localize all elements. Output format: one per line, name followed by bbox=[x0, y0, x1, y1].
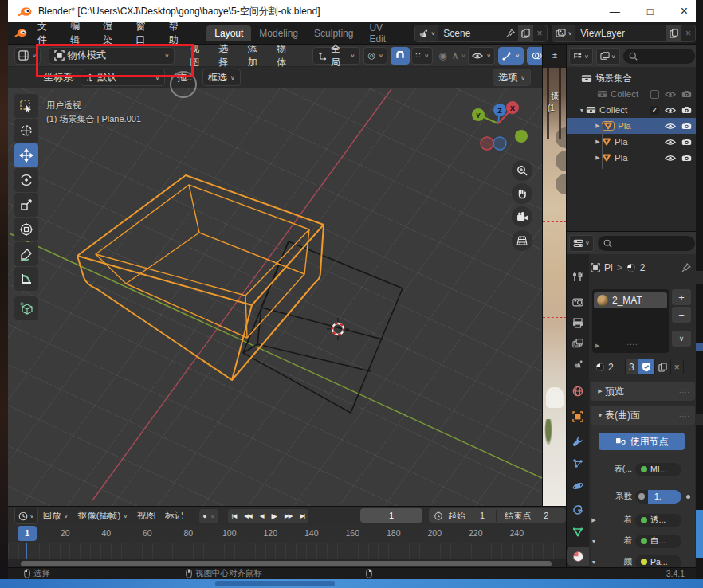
workspace-tab-layout[interactable]: Layout bbox=[206, 25, 251, 41]
tool-annotate[interactable] bbox=[14, 242, 38, 266]
timeline-menu-marker[interactable]: 标记 bbox=[160, 510, 188, 522]
play-reverse-button[interactable]: ◀ bbox=[256, 512, 268, 519]
gizmos-dropdown[interactable]: ∨ bbox=[498, 47, 524, 65]
minimize-button[interactable]: — bbox=[610, 6, 620, 18]
scene-icon[interactable]: ∨ bbox=[415, 25, 438, 41]
workspace-tab-uvedit[interactable]: UV Edit bbox=[361, 20, 408, 47]
workspace-tab-modeling[interactable]: Modeling bbox=[251, 25, 306, 41]
select-box-dropdown[interactable]: 框选∨ bbox=[202, 69, 241, 86]
tool-add-cube[interactable] bbox=[14, 296, 38, 320]
proportional-falloff-dropdown[interactable]: ∧∨ bbox=[450, 50, 469, 61]
options-dropdown[interactable]: 选项∨ bbox=[493, 69, 531, 86]
playhead-line[interactable] bbox=[26, 543, 27, 559]
jump-to-end-button[interactable]: ▶| bbox=[296, 512, 308, 519]
color-dropdown[interactable]: Pa... bbox=[635, 555, 681, 568]
pin-icon[interactable] bbox=[503, 29, 518, 37]
maximize-button[interactable]: □ bbox=[647, 6, 654, 18]
prev-keyframe-button[interactable]: ◀◀ bbox=[240, 512, 256, 519]
outliner-row-collection-hidden[interactable]: Collect bbox=[567, 86, 696, 102]
mode-dropdown[interactable]: 物体模式 ∨ bbox=[49, 47, 175, 65]
timeline-editor-dropdown[interactable]: ∨ bbox=[14, 508, 38, 524]
outliner-row-plane-active[interactable]: ▶ Pla bbox=[567, 118, 696, 134]
end-frame-value[interactable]: 2 bbox=[544, 511, 548, 520]
hide-eye-icon2[interactable] bbox=[665, 107, 676, 114]
new-material-copy-icon[interactable] bbox=[655, 359, 671, 374]
material-datablock-selector[interactable]: 2 bbox=[592, 359, 626, 374]
menu-file[interactable]: 文件 bbox=[30, 20, 63, 47]
timeline-menu-playback[interactable]: 回放∨ bbox=[38, 510, 73, 522]
outliner-row-collection[interactable]: ▼ Collect ✓ bbox=[567, 102, 696, 118]
camera-viewport-strip[interactable]: ± 摄 (1 bbox=[542, 45, 566, 506]
panel-grip2[interactable]: ∷∷ bbox=[680, 411, 690, 419]
tab-object[interactable] bbox=[567, 407, 589, 426]
disable-render-camera-icon3[interactable] bbox=[681, 122, 692, 130]
hide-eye-icon[interactable] bbox=[665, 91, 676, 98]
tab-scene[interactable] bbox=[567, 355, 589, 374]
remove-viewlayer-icon[interactable]: × bbox=[681, 28, 695, 39]
timeline-menu-view[interactable]: 视图 bbox=[132, 510, 160, 522]
tab-world[interactable] bbox=[567, 382, 589, 401]
unlink-scene-icon[interactable]: × bbox=[533, 28, 547, 39]
close-button[interactable]: × bbox=[681, 4, 688, 18]
tool-move[interactable] bbox=[14, 143, 38, 167]
tab-particles[interactable] bbox=[567, 454, 589, 473]
tool-scale[interactable] bbox=[14, 193, 38, 217]
menu-add[interactable]: 添加 bbox=[242, 42, 271, 69]
tab-object-data[interactable] bbox=[567, 523, 589, 542]
jump-to-start-button[interactable]: |◀ bbox=[228, 512, 241, 519]
hide-eye-icon4[interactable] bbox=[665, 139, 676, 146]
collection-checkbox-unchecked[interactable] bbox=[650, 90, 659, 99]
drag-label[interactable]: 拖.. bbox=[171, 71, 198, 84]
timeline-tick-area[interactable] bbox=[8, 543, 566, 559]
tool-measure[interactable] bbox=[14, 267, 38, 291]
tab-material[interactable] bbox=[567, 547, 589, 566]
factor-value-field[interactable]: 1. bbox=[635, 490, 681, 504]
disable-render-camera-icon2[interactable] bbox=[681, 106, 692, 114]
menu-window[interactable]: 窗口 bbox=[129, 20, 162, 47]
slot-grip[interactable]: ∷∷ bbox=[627, 342, 638, 350]
tool-rotate[interactable] bbox=[14, 168, 38, 192]
pivot-point-dropdown[interactable]: ◎∨ bbox=[363, 47, 387, 65]
next-keyframe-button[interactable]: ▶▶ bbox=[281, 512, 297, 519]
new-viewlayer-icon[interactable] bbox=[666, 25, 681, 41]
zoom-button[interactable] bbox=[512, 160, 532, 181]
menu-select[interactable]: 选择 bbox=[214, 42, 242, 69]
tab-physics[interactable] bbox=[567, 476, 589, 496]
material-user-count[interactable]: 3 bbox=[626, 359, 638, 374]
collection-checkbox-checked[interactable]: ✓ bbox=[650, 106, 659, 115]
tab-viewlayer[interactable] bbox=[567, 334, 589, 353]
breadcrumb-material-count[interactable]: 2 bbox=[640, 262, 646, 273]
current-frame-field[interactable]: 1 bbox=[360, 508, 422, 523]
unlink-material-button[interactable]: × bbox=[671, 359, 684, 374]
viewport-3d[interactable]: Y Z X 用户透视 (1) 场景集合 | Plane.001 bbox=[8, 88, 542, 506]
playhead-badge[interactable]: 1 bbox=[18, 526, 37, 541]
outliner-search-input[interactable] bbox=[623, 49, 695, 64]
new-scene-icon[interactable] bbox=[518, 25, 533, 41]
menu-edit[interactable]: 编辑 bbox=[63, 20, 96, 47]
disable-render-camera-icon[interactable] bbox=[681, 90, 692, 98]
material-specials-chevron[interactable]: ∨ bbox=[672, 331, 691, 347]
editor-type-button[interactable]: ∨ bbox=[14, 47, 41, 65]
hide-eye-icon5[interactable] bbox=[665, 155, 676, 162]
timeline-menu-keying[interactable]: 抠像(插帧)∨ bbox=[73, 510, 133, 522]
viewlayer-name[interactable]: ViewLayer bbox=[575, 28, 633, 39]
panel-preview[interactable]: ▶ 预览 ∷∷ bbox=[591, 382, 695, 401]
surface-shader-dropdown[interactable]: MI... bbox=[635, 463, 681, 476]
menu-render[interactable]: 渲染 bbox=[96, 20, 128, 47]
camera-view-button[interactable] bbox=[512, 206, 532, 227]
keying-set-dropdown[interactable]: ∨ bbox=[210, 513, 215, 519]
record-button[interactable]: ● bbox=[202, 512, 206, 520]
tool-transform[interactable] bbox=[14, 218, 38, 241]
outliner-row-plane2[interactable]: ▶ Pla bbox=[567, 134, 696, 150]
outliner-row-plane3[interactable]: ▶ Pla bbox=[567, 150, 696, 166]
disable-render-camera-icon4[interactable] bbox=[681, 138, 692, 146]
transform-orientation-dropdown[interactable]: 全局 ∨ bbox=[312, 47, 360, 65]
material-slot-selected[interactable]: 2_MAT bbox=[594, 292, 667, 308]
use-nodes-button[interactable]: 使用节点 bbox=[599, 433, 685, 450]
tab-tool[interactable] bbox=[567, 267, 589, 286]
tab-modifiers[interactable] bbox=[567, 432, 589, 451]
remove-material-slot-button[interactable]: − bbox=[672, 307, 691, 323]
menu-view3d[interactable]: 视图 bbox=[184, 42, 213, 69]
proportional-editing-icon[interactable]: ◉ bbox=[436, 50, 449, 61]
scene-name[interactable]: Scene bbox=[438, 28, 496, 39]
